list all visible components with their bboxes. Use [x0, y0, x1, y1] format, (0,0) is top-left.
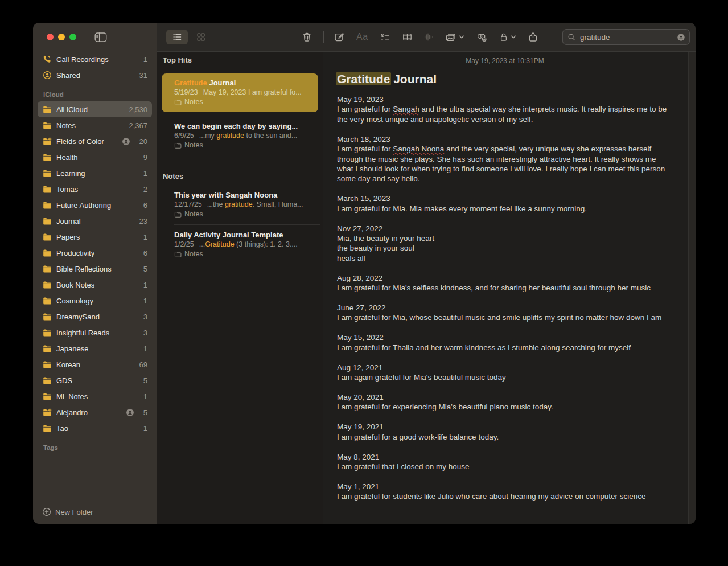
note-list-item[interactable]: This year with Sangah Noona12/17/25...th…	[157, 185, 323, 224]
add-link-button[interactable]	[476, 32, 487, 42]
scrollbar-track[interactable]	[688, 52, 696, 524]
note-item-preview: ...the gratitude. Small, Huma...	[207, 200, 303, 210]
search-match-highlight: Gratitude	[336, 72, 391, 85]
delete-note-button[interactable]	[302, 32, 312, 42]
text-segment-misspelled: Sangah	[393, 105, 419, 113]
text-segment: May 19, 2023 I am grateful fo...	[203, 88, 302, 96]
text-segment: I am grateful for students like Julio wh…	[337, 492, 646, 501]
gallery-view-icon	[196, 32, 205, 42]
sidebar-item-count: 6	[143, 201, 147, 210]
sidebar-item-gds[interactable]: GDS5	[38, 372, 152, 388]
journal-entry-line: I am grateful for Thalia and her warm ki…	[337, 343, 673, 352]
text-segment: ...my	[199, 132, 217, 140]
search-input[interactable]	[579, 32, 673, 42]
sidebar-item-count: 1	[143, 281, 147, 289]
sidebar-item-label: Shared	[56, 71, 80, 80]
note-editor[interactable]: May 19, 2023 at 10:31PM Gratitude Journa…	[323, 52, 696, 524]
lock-icon	[499, 32, 508, 42]
sidebar-item-learning[interactable]: Learning1	[38, 165, 152, 181]
new-folder-button[interactable]: New Folder	[33, 500, 157, 524]
sidebar-item-count: 2,530	[129, 105, 147, 114]
text-segment: . Small, Huma...	[253, 200, 303, 208]
journal-entry-date: March 15, 2023	[337, 194, 673, 203]
checklist-button[interactable]	[380, 32, 390, 42]
share-button[interactable]	[528, 32, 538, 42]
close-window-button[interactable]	[47, 34, 54, 40]
toggle-sidebar-button[interactable]	[94, 32, 107, 43]
phone-icon	[42, 55, 52, 64]
table-icon	[402, 32, 412, 42]
journal-entry-date: May 1, 2021	[337, 482, 673, 491]
sidebar-item-papers[interactable]: Papers1	[38, 229, 152, 245]
audio-transcript-button[interactable]	[424, 32, 434, 42]
journal-entry-date: June 27, 2022	[337, 303, 673, 313]
note-list-item[interactable]: We can begin each day by saying...6/9/25…	[157, 116, 323, 155]
text-segment-match: gratitude	[216, 132, 244, 140]
list-view-button[interactable]	[166, 30, 188, 44]
sidebar-item-health[interactable]: Health9	[38, 149, 152, 165]
sidebar-item-count: 31	[139, 71, 147, 80]
sidebar-item-alejandro[interactable]: Alejandro5	[38, 404, 152, 420]
sidebar-item-all-icloud[interactable]: All iCloud2,530	[38, 101, 152, 117]
titlebar	[33, 23, 157, 51]
format-text-button[interactable]: Aa	[356, 32, 368, 42]
sidebar-item-notes[interactable]: Notes2,367	[38, 117, 152, 133]
new-note-button[interactable]	[334, 32, 344, 42]
folder-icon	[42, 265, 52, 273]
folder-icon	[42, 105, 52, 114]
sidebar-item-label: Fields of Color	[56, 137, 104, 146]
sidebar-item-book-notes[interactable]: Book Notes1	[38, 277, 152, 293]
text-segment: I am grateful that I closed on my house	[337, 462, 470, 471]
clear-search-icon[interactable]	[677, 33, 685, 42]
sidebar-item-insightful-reads[interactable]: Insightful Reads3	[38, 325, 152, 341]
note-list-item[interactable]: Daily Activity Journal Template1/2/25...…	[157, 225, 323, 264]
text-segment: I am grateful for	[337, 105, 393, 113]
sidebar-item-tao[interactable]: Tao1	[38, 420, 152, 436]
format-text-icon: Aa	[356, 32, 368, 42]
sidebar-item-productivity[interactable]: Productivity6	[38, 245, 152, 261]
chevron-down-icon	[459, 35, 464, 39]
sidebar-item-fields-of-color[interactable]: Fields of Color20	[38, 133, 152, 149]
shared-folder-icon	[42, 408, 52, 417]
gallery-view-button[interactable]	[190, 30, 212, 44]
shared-folder-icon	[42, 137, 52, 146]
lock-note-button[interactable]	[499, 32, 516, 42]
sidebar-item-call-recordings[interactable]: Call Recordings1	[38, 51, 152, 67]
note-item-summary: 1/2/25...Gratitude (3 things): 1. 2. 3..…	[174, 240, 316, 249]
sidebar-item-future-authoring[interactable]: Future Authoring6	[38, 197, 152, 213]
person-circle-icon	[42, 71, 52, 80]
journal-entry: May 1, 2021I am grateful for students li…	[337, 482, 673, 502]
sidebar-item-ml-notes[interactable]: ML Notes1	[38, 388, 152, 404]
sidebar-item-label: GDS	[56, 376, 72, 385]
folder-icon	[42, 424, 52, 433]
sidebar-item-korean[interactable]: Korean69	[38, 356, 152, 372]
note-list-item[interactable]: Gratitude Journal5/19/23May 19, 2023 I a…	[162, 73, 318, 112]
sidebar-item-bible-reflections[interactable]: Bible Reflections5	[38, 261, 152, 277]
sidebar-item-journal[interactable]: Journal23	[38, 213, 152, 229]
compose-icon	[334, 32, 344, 42]
photos-icon	[446, 32, 456, 42]
zoom-window-button[interactable]	[69, 34, 76, 40]
sidebar-item-count: 20	[139, 137, 147, 146]
text-segment: I am grateful for experiencing Mia's bea…	[337, 403, 553, 411]
journal-entry-line: I am grateful for students like Julio wh…	[337, 491, 673, 501]
journal-entry: Aug 28, 2022I am grateful for Mia's self…	[337, 273, 673, 293]
folder-icon	[42, 376, 52, 385]
media-button[interactable]	[446, 32, 464, 42]
note-title: Gratitude Journal	[337, 73, 673, 85]
shared-person-icon	[122, 137, 130, 146]
table-button[interactable]	[402, 32, 412, 42]
list-section-header-top-hits: Top Hits	[157, 52, 323, 69]
minimize-window-button[interactable]	[58, 34, 65, 40]
sidebar-item-cosmology[interactable]: Cosmology1	[38, 293, 152, 309]
panes: Top HitsGratitude Journal5/19/23May 19, …	[157, 52, 696, 524]
text-segment: ...the	[207, 200, 225, 208]
sidebar-item-dreamysand[interactable]: DreamySand3	[38, 309, 152, 325]
sidebar-item-japanese[interactable]: Japanese1	[38, 341, 152, 356]
search-field[interactable]	[562, 29, 690, 45]
folder-icon	[42, 121, 52, 130]
sidebar-item-shared[interactable]: Shared31	[38, 67, 152, 83]
sidebar-item-tomas[interactable]: Tomas2	[38, 181, 152, 197]
journal-entry-line: I am grateful for experiencing Mia's bea…	[337, 402, 673, 412]
folder-icon	[42, 360, 52, 369]
